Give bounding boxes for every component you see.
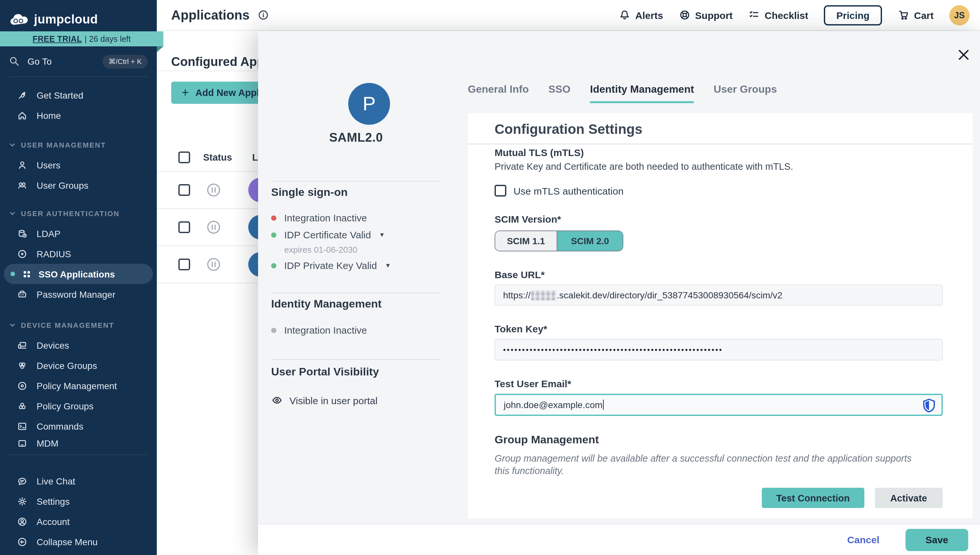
user-avatar[interactable]: JS — [949, 5, 970, 25]
sidebar-item-sso-applications[interactable]: SSO Applications — [4, 264, 153, 284]
sidebar-item-users[interactable]: Users — [0, 155, 157, 175]
password-manager-shield-icon[interactable] — [922, 398, 935, 413]
sidebar-item-label: Get Started — [37, 90, 83, 100]
sidebar-section-device-management[interactable]: DEVICE MANAGEMENT — [0, 315, 157, 335]
cart-button[interactable]: Cart — [898, 9, 933, 21]
sidebar-item-label: Live Chat — [37, 476, 75, 486]
scim-1-1-option[interactable]: SCIM 1.1 — [495, 231, 557, 251]
database-icon — [17, 228, 27, 239]
logo[interactable]: jumpcloud — [0, 0, 157, 30]
sidebar-item-label: Collapse Menu — [37, 536, 98, 547]
terminal-icon — [17, 421, 27, 431]
token-key-label: Token Key* — [495, 323, 943, 334]
sidebar-item-collapse-menu[interactable]: Collapse Menu — [0, 531, 157, 552]
email-value: john.doe@example.com — [504, 399, 602, 410]
sidebar-item-ldap[interactable]: LDAP — [0, 223, 157, 244]
checklist-button[interactable]: Checklist — [749, 9, 808, 21]
page-title: Applications — [171, 8, 249, 22]
cancel-button[interactable]: Cancel — [847, 534, 879, 545]
row-checkbox[interactable] — [178, 184, 190, 196]
active-dot — [10, 272, 15, 276]
tab-user-groups[interactable]: User Groups — [714, 83, 777, 103]
configured-apps-heading: Configured App — [171, 55, 265, 69]
user-icon — [17, 160, 27, 170]
sidebar-item-device-groups[interactable]: Device Groups — [0, 355, 157, 375]
pricing-button[interactable]: Pricing — [824, 5, 882, 25]
activate-button[interactable]: Activate — [874, 488, 943, 508]
sidebar-item-home[interactable]: Home — [0, 105, 157, 125]
test-user-email-input[interactable]: john.doe@example.com — [495, 394, 943, 416]
info-icon[interactable] — [257, 9, 269, 21]
base-url-input[interactable]: https://.scalekit.dev/directory/dir_5387… — [495, 285, 943, 306]
row-checkbox[interactable] — [178, 221, 190, 233]
add-button-label: Add New Applic — [195, 88, 267, 98]
mtls-checkbox-label: Use mTLS authentication — [514, 185, 623, 196]
sidebar-section-user-authentication[interactable]: USER AUTHENTICATION — [0, 203, 157, 223]
scim-2-0-option[interactable]: SCIM 2.0 — [557, 231, 623, 251]
search-icon — [9, 56, 19, 67]
test-connection-button[interactable]: Test Connection — [762, 488, 864, 508]
base-url-prefix: https:// — [503, 290, 530, 300]
sidebar-item-account[interactable]: Account — [0, 511, 157, 531]
support-button[interactable]: Support — [679, 9, 733, 21]
sidebar-item-radius[interactable]: RADIUS — [0, 244, 157, 264]
chevron-down-icon — [9, 210, 16, 217]
idm-section-title: Identity Management — [271, 298, 382, 311]
sidebar-item-label: Password Manager — [37, 289, 115, 299]
group-management-description: Group management will be available after… — [495, 452, 918, 477]
tab-identity-management[interactable]: Identity Management — [590, 83, 694, 103]
sidebar-item-label: Users — [37, 160, 60, 170]
row-checkbox[interactable] — [178, 258, 190, 270]
select-all-checkbox[interactable] — [178, 151, 190, 163]
summary-divider — [271, 359, 441, 360]
eye-icon — [271, 395, 283, 406]
goto-search[interactable]: Go To ⌘/Ctrl + K — [0, 51, 157, 72]
cart-icon — [898, 9, 909, 21]
sidebar-item-label: Policy Groups — [37, 401, 93, 411]
mtls-checkbox[interactable] — [495, 185, 506, 197]
tab-general-info[interactable]: General Info — [468, 83, 529, 103]
top-header: Applications Alerts Support Checklist Pr… — [157, 0, 980, 31]
alerts-button[interactable]: Alerts — [619, 9, 663, 21]
sidebar-item-commands[interactable]: Commands — [0, 416, 157, 436]
header-actions: Alerts Support Checklist Pricing Cart JS — [619, 5, 980, 25]
group-management-title: Group Management — [495, 433, 943, 447]
free-trial-banner[interactable]: FREE TRIAL | 26 days left — [0, 31, 163, 47]
support-label: Support — [695, 10, 733, 21]
sidebar-section-user-management[interactable]: USER MANAGEMENT — [0, 135, 157, 155]
card-title-divider — [468, 144, 973, 144]
scim-version-label: SCIM Version* — [495, 213, 943, 225]
sidebar-item-policy-management[interactable]: Policy Management — [0, 375, 157, 396]
sidebar-item-user-groups[interactable]: User Groups — [0, 175, 157, 195]
radar-icon — [17, 249, 27, 259]
jumpcloud-logo-icon — [10, 13, 29, 26]
portal-visibility-row: Visible in user portal — [271, 395, 378, 406]
sso-status-cert[interactable]: IDP Certificate Valid ▾ — [271, 229, 384, 240]
rocket-icon — [17, 90, 27, 100]
sidebar-item-devices[interactable]: Devices — [0, 335, 157, 355]
sidebar-item-label: SSO Applications — [39, 269, 115, 279]
venn-groups-icon — [17, 360, 27, 371]
label-column-header: L — [252, 152, 258, 162]
caret-down-icon: ▾ — [380, 231, 384, 239]
sidebar-item-get-started[interactable]: Get Started — [0, 85, 157, 105]
sidebar-item-password-manager[interactable]: Password Manager — [0, 284, 157, 304]
plus-icon: + — [182, 85, 189, 100]
paused-status-icon — [205, 181, 222, 199]
save-button[interactable]: Save — [906, 529, 968, 551]
home-icon — [17, 110, 27, 120]
status-text: IDP Private Key Valid — [284, 260, 377, 271]
sidebar-item-live-chat[interactable]: Live Chat — [0, 471, 157, 491]
portal-section-title: User Portal Visibility — [271, 366, 379, 379]
close-icon[interactable] — [958, 49, 970, 61]
password-card-icon — [17, 289, 27, 299]
token-key-input[interactable]: ••••••••••••••••••••••••••••••••••••••••… — [495, 339, 943, 361]
sidebar-item-settings[interactable]: Settings — [0, 491, 157, 511]
sidebar-item-policy-groups[interactable]: Policy Groups — [0, 396, 157, 416]
sidebar-item-label: Devices — [37, 340, 69, 350]
sidebar-item-mdm[interactable]: MDM — [0, 436, 157, 452]
tab-sso[interactable]: SSO — [548, 83, 571, 103]
red-status-dot — [271, 215, 276, 220]
sso-status-key[interactable]: IDP Private Key Valid ▾ — [271, 260, 390, 271]
sidebar-item-label: MDM — [37, 438, 58, 449]
